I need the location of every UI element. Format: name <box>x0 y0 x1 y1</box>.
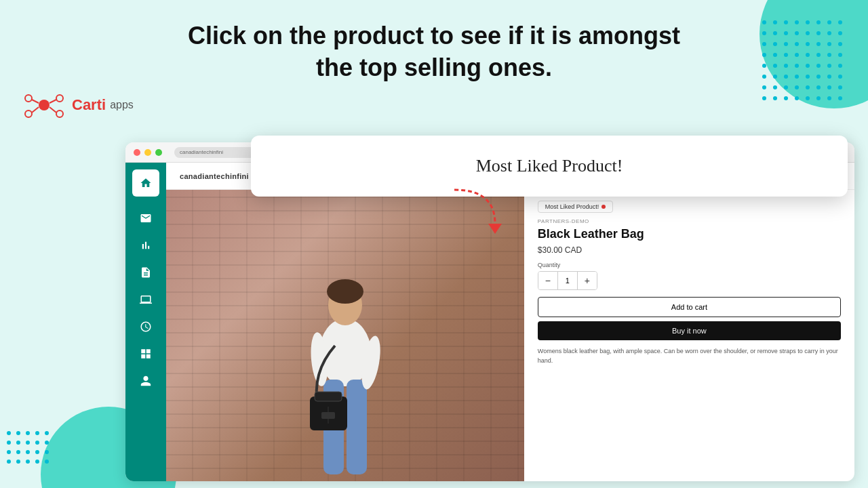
svg-line-6 <box>50 100 56 103</box>
app-sidebar <box>125 163 166 481</box>
product-image <box>284 264 406 481</box>
store-brand: canadiantechinfini <box>180 172 249 180</box>
sidebar-item-home[interactable] <box>132 169 159 197</box>
quantity-value: 1 <box>557 272 578 289</box>
product-title: Black Leather Bag <box>538 227 841 241</box>
svg-line-7 <box>32 107 39 113</box>
svg-point-13 <box>327 279 363 304</box>
product-area: Most Liked Product! PARTNERS-DEMO Black … <box>166 190 854 481</box>
badge-dot <box>601 205 606 209</box>
svg-rect-11 <box>347 380 367 474</box>
document-icon <box>140 266 152 279</box>
product-description: Womens black leather bag, with ample spa… <box>538 347 841 365</box>
badge-row: Most Liked Product! <box>538 201 841 213</box>
home-icon <box>140 177 152 189</box>
most-liked-badge: Most Liked Product! <box>538 201 614 213</box>
curved-arrow <box>448 183 502 237</box>
logo-text: Carti <box>72 96 106 114</box>
clock-icon <box>140 321 152 333</box>
page-title: Click on the product to see if it is amo… <box>20 20 848 84</box>
sidebar-item-document[interactable] <box>134 260 158 285</box>
store-area: canadiantechinfini Home Catalog Contact … <box>166 163 854 481</box>
buy-now-button[interactable]: Buy it now <box>538 321 841 340</box>
logo-area: Carti apps <box>20 88 134 122</box>
sidebar-item-grid[interactable] <box>134 342 158 366</box>
logo-suffix: apps <box>110 99 134 111</box>
badge-text: Most Liked Product! <box>545 203 599 210</box>
svg-rect-19 <box>321 412 335 419</box>
chart-icon <box>140 239 152 251</box>
svg-point-2 <box>56 95 63 102</box>
logo-icon <box>20 88 68 122</box>
mail-icon <box>140 212 152 224</box>
svg-point-3 <box>25 110 32 117</box>
svg-point-0 <box>39 100 50 110</box>
user-icon <box>140 375 152 387</box>
quantity-control: − 1 + <box>538 271 597 290</box>
product-price: $30.00 CAD <box>538 245 841 255</box>
sidebar-item-mail[interactable] <box>134 206 158 230</box>
dot-grid-bottom-left: (function(){ const grid = document.query… <box>7 431 53 468</box>
header: Click on the product to see if it is amo… <box>0 0 868 84</box>
monitor-icon <box>140 293 152 306</box>
svg-marker-20 <box>488 224 502 234</box>
quantity-label: Quantity <box>538 262 841 268</box>
browser-btn-red <box>134 149 140 156</box>
quantity-increase-button[interactable]: + <box>578 272 597 289</box>
product-vendor: PARTNERS-DEMO <box>538 218 841 224</box>
sidebar-item-user[interactable] <box>134 369 158 393</box>
svg-line-8 <box>50 107 56 113</box>
browser-btn-yellow <box>144 149 151 156</box>
svg-point-1 <box>25 95 32 102</box>
popup-tooltip: Most Liked Product! <box>251 136 848 197</box>
sidebar-item-chart[interactable] <box>134 233 158 258</box>
add-to-cart-button[interactable]: Add to cart <box>538 297 841 317</box>
svg-line-5 <box>32 100 39 103</box>
sidebar-item-monitor[interactable] <box>134 287 158 312</box>
svg-rect-17 <box>315 392 342 401</box>
quantity-decrease-button[interactable]: − <box>538 272 557 289</box>
product-details: Most Liked Product! PARTNERS-DEMO Black … <box>524 190 854 481</box>
popup-title: Most Liked Product! <box>278 156 821 176</box>
sidebar-item-clock[interactable] <box>134 314 158 339</box>
grid-icon <box>140 348 152 360</box>
svg-point-4 <box>56 110 63 117</box>
browser-btn-green <box>155 149 162 156</box>
